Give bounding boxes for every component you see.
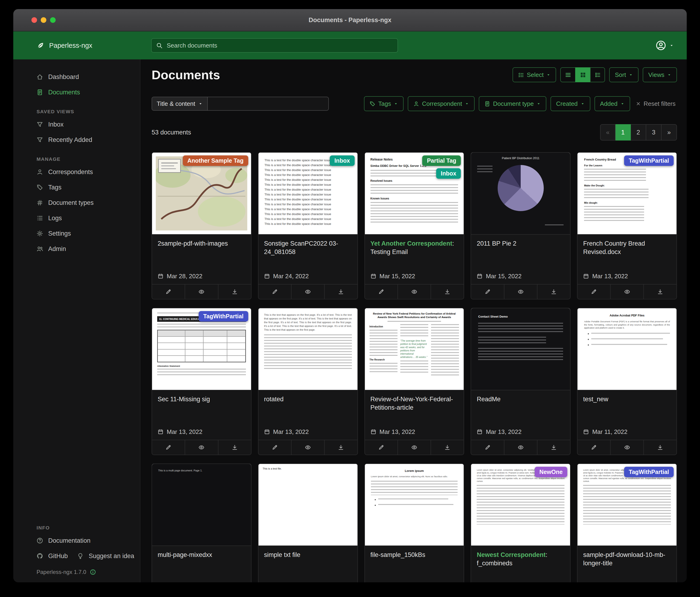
- edit-button[interactable]: [577, 440, 610, 455]
- minimize-window-button[interactable]: [41, 17, 46, 23]
- view-button[interactable]: [610, 285, 644, 299]
- document-thumbnail[interactable]: Lorem ipsum dolor sit amet, consectetur …: [577, 464, 676, 546]
- edit-button[interactable]: [577, 285, 610, 299]
- document-title[interactable]: 2sample-pdf-with-images: [158, 239, 246, 248]
- document-thumbnail[interactable]: This is a test for the double space char…: [258, 152, 357, 235]
- sidebar-item-admin[interactable]: Admin: [36, 241, 133, 257]
- pagination-prev[interactable]: «: [600, 124, 616, 141]
- edit-button[interactable]: [258, 440, 292, 455]
- document-title[interactable]: Sonstige ScanPC2022 03-24_081058: [264, 239, 352, 256]
- document-title[interactable]: Review-of-New-York-Federal-Petitions-art…: [371, 395, 458, 412]
- document-thumbnail[interactable]: This is the text that appears on the fir…: [258, 308, 357, 390]
- user-menu[interactable]: [655, 40, 674, 51]
- document-thumbnail[interactable]: 11. CONTINUING MEDICAL EDUCATION Attesta…: [152, 308, 251, 390]
- tag-badge[interactable]: TagWithPartial: [624, 156, 674, 166]
- document-title[interactable]: Newest Correspondent: f_combineds: [477, 551, 565, 567]
- pagination-page-2[interactable]: 2: [631, 124, 646, 141]
- document-title[interactable]: French Country Bread Revised.docx: [583, 239, 671, 256]
- close-window-button[interactable]: [31, 17, 37, 23]
- tag-badge[interactable]: TagWithPartial: [199, 311, 248, 321]
- created-filter-button[interactable]: Created: [550, 96, 590, 111]
- document-thumbnail[interactable]: Adobe Acrobat PDF Files Adobe Portable D…: [577, 308, 676, 390]
- document-thumbnail[interactable]: Release Notes Simba ODBC Driver for SQL …: [365, 152, 464, 235]
- pagination-next[interactable]: »: [661, 124, 677, 141]
- document-thumbnail[interactable]: This is a multi page document. Page 1.: [152, 464, 251, 546]
- view-button[interactable]: [185, 440, 218, 455]
- global-search-input[interactable]: [166, 42, 393, 49]
- tag-badge[interactable]: Inbox: [330, 156, 355, 166]
- info-circle-icon[interactable]: [90, 569, 96, 575]
- document-thumbnail[interactable]: Lorem ipsum Lorem ipsum dolor sit amet, …: [365, 464, 464, 546]
- correspondent-link[interactable]: Yet Another Correspondent: [371, 240, 452, 247]
- download-button[interactable]: [538, 440, 570, 455]
- views-button[interactable]: Views: [643, 67, 677, 82]
- view-button[interactable]: [292, 440, 325, 455]
- document-title[interactable]: Sec 11-Missing sig: [158, 395, 246, 403]
- sidebar-item-tags[interactable]: Tags: [36, 180, 133, 195]
- added-filter-button[interactable]: Added: [595, 96, 630, 111]
- tag-badge[interactable]: Inbox: [436, 168, 461, 179]
- download-button[interactable]: [538, 285, 570, 299]
- sidebar-item-documentation[interactable]: Documentation: [36, 533, 133, 548]
- document-thumbnail[interactable]: Another Sample Tag: [152, 152, 251, 235]
- sidebar-item-github[interactable]: GitHub: [36, 548, 68, 564]
- global-search[interactable]: [151, 38, 398, 53]
- document-title[interactable]: sample-pdf-download-10-mb-longer-title: [583, 551, 671, 567]
- sidebar-item-suggest-idea[interactable]: Suggest an idea: [77, 548, 134, 564]
- document-type-filter-button[interactable]: Document type: [479, 96, 546, 111]
- download-button[interactable]: [219, 440, 251, 455]
- detail-view-button[interactable]: [590, 67, 605, 82]
- grid-view-button[interactable]: [575, 67, 590, 82]
- title-content-query-input[interactable]: [208, 97, 329, 111]
- document-thumbnail[interactable]: This is a test file.: [258, 464, 357, 546]
- list-view-button[interactable]: [560, 67, 575, 82]
- view-button[interactable]: [185, 285, 218, 299]
- edit-button[interactable]: [152, 440, 185, 455]
- document-title[interactable]: Yet Another Correspondent: Testing Email: [371, 239, 458, 256]
- tags-filter-button[interactable]: Tags: [364, 96, 404, 111]
- sidebar-item-dashboard[interactable]: Dashboard: [36, 69, 133, 85]
- download-button[interactable]: [325, 440, 357, 455]
- edit-button[interactable]: [258, 285, 292, 299]
- sidebar-item-inbox[interactable]: Inbox: [36, 117, 133, 132]
- document-thumbnail[interactable]: Patient BP Distribution 2011: [471, 152, 570, 235]
- edit-button[interactable]: [365, 285, 398, 299]
- edit-button[interactable]: [471, 285, 504, 299]
- select-button[interactable]: Select: [512, 67, 556, 82]
- document-title[interactable]: rotated: [264, 395, 352, 403]
- view-button[interactable]: [610, 440, 644, 455]
- sort-button[interactable]: Sort: [609, 67, 639, 82]
- sidebar-item-logs[interactable]: Logs: [36, 210, 133, 226]
- sidebar-item-documents[interactable]: Documents: [36, 85, 133, 100]
- reset-filters-button[interactable]: Reset filters: [634, 100, 677, 108]
- tag-badge[interactable]: TagWithPartial: [624, 467, 674, 477]
- download-button[interactable]: [431, 440, 464, 455]
- document-thumbnail[interactable]: Lorem ipsum dolor sit amet, consectetur …: [471, 464, 570, 546]
- zoom-window-button[interactable]: [50, 17, 56, 23]
- document-thumbnail[interactable]: Contact Sheet Demo: [471, 308, 570, 390]
- edit-button[interactable]: [471, 440, 504, 455]
- edit-button[interactable]: [365, 440, 398, 455]
- document-title[interactable]: 2011 BP Pie 2: [477, 239, 565, 248]
- view-button[interactable]: [398, 285, 431, 299]
- document-title[interactable]: ReadMe: [477, 395, 565, 403]
- view-button[interactable]: [504, 285, 538, 299]
- download-button[interactable]: [644, 440, 676, 455]
- tag-badge[interactable]: Partial Tag: [422, 156, 461, 166]
- document-thumbnail[interactable]: French Country Bread For the Leaven Make…: [577, 152, 676, 235]
- sidebar-item-recently-added[interactable]: Recently Added: [36, 132, 133, 147]
- view-button[interactable]: [504, 440, 538, 455]
- download-button[interactable]: [325, 285, 357, 299]
- download-button[interactable]: [644, 285, 676, 299]
- tag-badge[interactable]: NewOne: [535, 467, 567, 477]
- correspondent-filter-button[interactable]: Correspondent: [408, 96, 475, 111]
- tag-badge[interactable]: Another Sample Tag: [183, 156, 248, 166]
- sidebar-item-correspondents[interactable]: Correspondents: [36, 164, 133, 180]
- sidebar-item-settings[interactable]: Settings: [36, 226, 133, 241]
- download-button[interactable]: [431, 285, 464, 299]
- app-brand[interactable]: Paperless-ngx: [36, 42, 151, 49]
- title-content-dropdown[interactable]: Title & content: [152, 97, 208, 111]
- document-title[interactable]: multi-page-mixedxx: [158, 551, 246, 559]
- document-title[interactable]: test_new: [583, 395, 671, 403]
- download-button[interactable]: [219, 285, 251, 299]
